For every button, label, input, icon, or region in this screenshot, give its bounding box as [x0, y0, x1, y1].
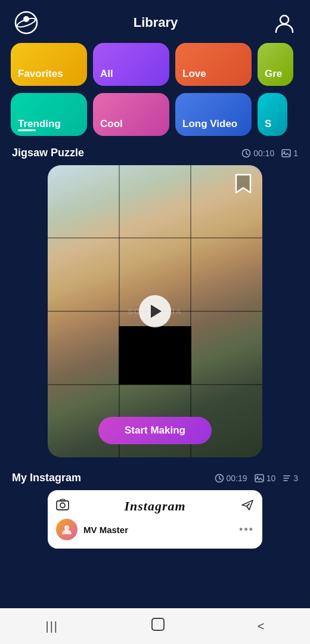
censor-patch	[119, 326, 191, 385]
play-triangle	[151, 305, 162, 318]
jigsaw-meta: 00:10 1	[241, 148, 298, 158]
text-icon	[283, 474, 291, 482]
profile-icon[interactable]	[273, 11, 296, 34]
bookmark-icon[interactable]	[235, 174, 254, 195]
jigsaw-title: Jigsaw Puzzle	[12, 147, 84, 159]
jigsaw-section-header: Jigsaw Puzzle 00:10 1	[0, 138, 310, 165]
ig-username: MV Master	[83, 525, 128, 535]
image-icon-2	[255, 474, 264, 482]
svg-rect-17	[60, 500, 65, 501]
ig-logo: Instagram	[124, 499, 185, 514]
category-gre[interactable]: Gre	[258, 43, 293, 86]
app-logo[interactable]	[14, 11, 38, 35]
svg-point-3	[280, 16, 289, 24]
jigsaw-card: SOFTPEDIA Start Making	[48, 165, 262, 457]
ig-send-icon	[241, 499, 254, 513]
svg-point-18	[64, 525, 69, 530]
category-favorites[interactable]: Favorites	[11, 43, 87, 86]
ig-more-options[interactable]: •••	[239, 524, 254, 536]
instagram-text-count: 3	[283, 473, 298, 483]
instagram-meta: 00:19 10 3	[215, 473, 298, 483]
nav-forward-button[interactable]: <	[258, 620, 265, 633]
category-long-video[interactable]: Long Video	[175, 93, 252, 136]
category-all[interactable]: All	[93, 43, 169, 86]
svg-point-6	[284, 151, 286, 153]
category-row-2: Trending Cool Long Video S	[0, 93, 310, 138]
category-row-1: Favorites All Love Gre	[0, 43, 310, 88]
svg-rect-15	[57, 501, 69, 510]
instagram-card: Instagram MV Master •••	[48, 490, 262, 549]
header: Library	[0, 0, 310, 43]
instagram-section-header: My Instagram 00:19 10 3	[0, 463, 310, 490]
ig-user-info: MV Master	[56, 519, 128, 540]
svg-rect-19	[152, 618, 164, 630]
bottom-nav: ||| <	[0, 608, 310, 644]
clock-icon-2	[215, 473, 224, 483]
svg-point-14	[256, 476, 258, 478]
ig-avatar	[56, 519, 78, 540]
nav-home-button[interactable]	[150, 616, 166, 636]
jigsaw-images: 1	[281, 148, 298, 158]
start-making-button[interactable]: Start Making	[98, 417, 212, 444]
nav-back-button[interactable]: |||	[45, 620, 58, 633]
instagram-title: My Instagram	[12, 472, 81, 484]
play-button[interactable]	[139, 295, 171, 327]
svg-point-16	[60, 503, 65, 508]
category-cool[interactable]: Cool	[93, 93, 169, 136]
category-s[interactable]: S	[258, 93, 287, 136]
ig-camera-icon	[56, 499, 69, 514]
category-trending[interactable]: Trending	[11, 93, 87, 136]
clock-icon	[241, 148, 251, 158]
instagram-duration: 00:19	[215, 473, 247, 483]
category-love[interactable]: Love	[175, 43, 252, 86]
ig-user-row: MV Master •••	[56, 519, 254, 540]
instagram-images: 10	[255, 473, 276, 483]
ig-card-header: Instagram	[56, 499, 254, 514]
page-title: Library	[134, 15, 178, 30]
jigsaw-duration: 00:10	[241, 148, 274, 158]
image-icon	[281, 149, 291, 157]
